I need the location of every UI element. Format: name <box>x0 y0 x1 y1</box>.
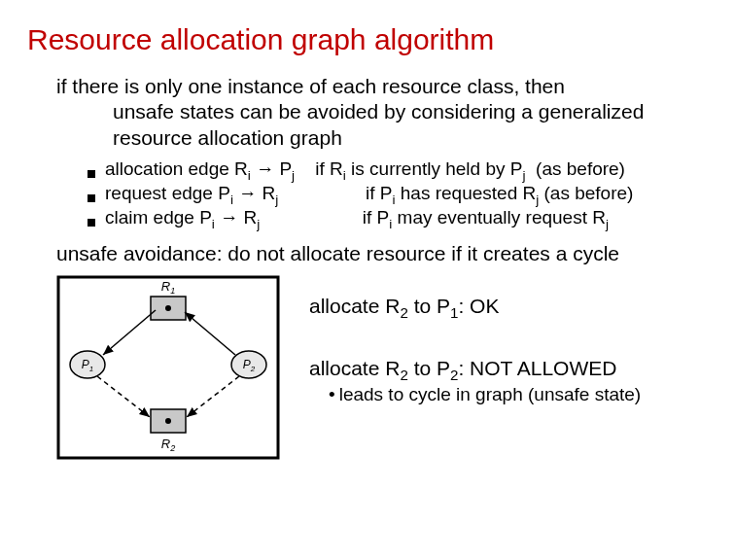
bullet-claim-edge: claim edge Pi → Rj if Pi may eventually … <box>88 207 708 228</box>
slide: Resource allocation graph algorithm if t… <box>0 0 735 487</box>
svg-text:R2: R2 <box>161 437 175 453</box>
svg-line-14 <box>187 376 239 417</box>
allocate-not-allowed-line: allocate R2 to P2: NOT ALLOWED <box>309 357 641 380</box>
resource-allocation-graph: R1 R2 P1 P2 <box>56 275 280 464</box>
bullet-allocation-edge: allocation edge Ri → Pj if Ri is current… <box>88 158 708 180</box>
cycle-note: •leads to cycle in graph (unsafe state) <box>329 384 641 405</box>
svg-line-13 <box>97 376 150 417</box>
square-bullet-icon <box>88 219 95 227</box>
intro-text: if there is only one instance of each re… <box>56 74 708 151</box>
bullet-text: request edge Pi → Rj if Pi has requested… <box>105 183 633 204</box>
graph-svg: R1 R2 P1 P2 <box>56 275 280 460</box>
bottom-row: R1 R2 P1 P2 <box>56 275 708 464</box>
intro-line-3: resource allocation graph <box>113 125 708 151</box>
svg-line-12 <box>185 312 235 355</box>
bullet-text: claim edge Pi → Rj if Pi may eventually … <box>105 207 609 228</box>
square-bullet-icon <box>88 170 95 178</box>
dot-bullet-icon: • <box>329 384 335 404</box>
square-bullet-icon <box>88 194 95 202</box>
allocation-examples: allocate R2 to P1: OK allocate R2 to P2:… <box>309 275 641 405</box>
svg-line-11 <box>103 310 156 355</box>
bullet-request-edge: request edge Pi → Rj if Pi has requested… <box>88 183 708 204</box>
svg-text:R1: R1 <box>161 279 175 296</box>
avoidance-rule: unsafe avoidance: do not allocate resour… <box>56 242 708 265</box>
bullet-list: allocation edge Ri → Pj if Ri is current… <box>88 158 708 228</box>
slide-title: Resource allocation graph algorithm <box>27 23 708 56</box>
bullet-text: allocation edge Ri → Pj if Ri is current… <box>105 158 625 180</box>
svg-point-5 <box>165 418 171 424</box>
intro-line-2: unsafe states can be avoided by consider… <box>113 99 708 124</box>
svg-point-2 <box>165 305 171 311</box>
allocate-ok-line: allocate R2 to P1: OK <box>309 295 641 318</box>
intro-line-1: if there is only one instance of each re… <box>56 74 708 99</box>
